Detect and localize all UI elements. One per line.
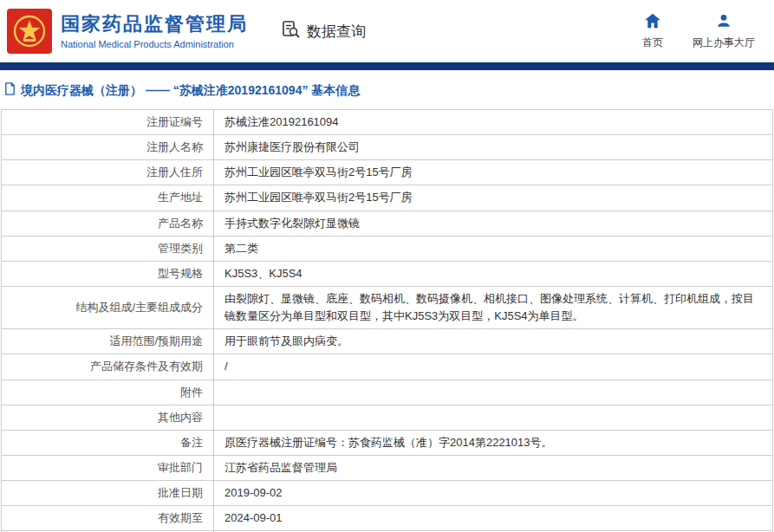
row-value: 第二类 (214, 237, 772, 261)
row-value: 2024-09-01 (214, 506, 772, 530)
document-icon (3, 82, 16, 99)
table-row-management-category: 管理类别 第二类 (2, 237, 772, 262)
table-row-attachments: 附件 (2, 380, 772, 405)
header-nav: 首页 网上办事大厅 (642, 13, 755, 50)
row-label: 结构及组成/主要组成成分 (2, 287, 214, 328)
row-label: 生产地址 (2, 185, 214, 210)
home-icon (644, 13, 661, 32)
table-row-approval-date: 批准日期 2019-09-02 (2, 481, 772, 506)
table-row-model-spec: 型号规格 KJ5S3、KJ5S4 (2, 262, 772, 287)
row-label: 备注 (2, 431, 214, 455)
row-value: 苏州康捷医疗股份有限公司 (214, 135, 772, 159)
row-value: 由裂隙灯、显微镜、底座、数码相机、数码摄像机、相机接口、图像处理系统、计算机、打… (214, 287, 772, 328)
row-label: 其他内容 (2, 405, 214, 430)
table-row-intended-use: 适用范围/预期用途 用于眼前节及眼内病变。 (2, 329, 772, 354)
user-icon (716, 13, 732, 32)
row-value: KJ5S3、KJ5S4 (214, 262, 772, 286)
row-value: 用于眼前节及眼内病变。 (214, 329, 772, 354)
breadcrumb: 境内医疗器械（注册） —— “苏械注准20192161094” 基本信息 (0, 70, 774, 109)
nav-service-hall-label: 网上办事大厅 (693, 36, 755, 50)
table-row-production-address: 生产地址 苏州工业园区唯亭双马街2号15号厂房 (2, 185, 772, 211)
agency-name: 国家药品监督管理局 (61, 13, 248, 36)
data-query-label: 数据查询 (307, 22, 366, 42)
row-value: 2019-09-02 (214, 481, 772, 505)
row-label: 产品储存条件及有效期 (2, 354, 214, 379)
row-value: 苏械注准20192161094 (214, 110, 772, 134)
row-label: 有效期至 (2, 506, 214, 530)
row-label: 注册证编号 (2, 110, 214, 134)
row-label: 注册人住所 (2, 160, 214, 185)
row-label: 批准日期 (2, 481, 214, 505)
page-header: 国家药品监督管理局 National Medical Products Admi… (0, 0, 774, 62)
agency-title-block: 国家药品监督管理局 National Medical Products Admi… (61, 13, 248, 49)
breadcrumb-text: 境内医疗器械（注册） —— “苏械注准20192161094” 基本信息 (21, 83, 360, 99)
row-value: 江苏省药品监督管理局 (214, 456, 772, 480)
data-query-nav[interactable]: 数据查询 (281, 19, 366, 43)
registration-detail-table: 注册证编号 苏械注准20192161094 注册人名称 苏州康捷医疗股份有限公司… (1, 109, 773, 532)
row-value: 苏州工业园区唯亭双马街2号15号厂房 (214, 160, 772, 185)
table-row-registrant-address: 注册人住所 苏州工业园区唯亭双马街2号15号厂房 (2, 160, 772, 185)
row-value: 手持式数字化裂隙灯显微镜 (214, 211, 772, 236)
row-value: 原医疗器械注册证编号：苏食药监械（准）字2014第2221013号。 (214, 431, 772, 455)
table-row-approval-department: 审批部门 江苏省药品监督管理局 (2, 456, 772, 481)
row-value (214, 405, 772, 430)
row-value (214, 380, 772, 405)
table-row-remarks: 备注 原医疗器械注册证编号：苏食药监械（准）字2014第2221013号。 (2, 431, 772, 456)
row-label: 注册人名称 (2, 135, 214, 159)
row-value: / (214, 354, 772, 379)
row-label: 附件 (2, 380, 214, 405)
row-value: 苏州工业园区唯亭双马街2号15号厂房 (214, 185, 772, 210)
nav-item-service-hall[interactable]: 网上办事大厅 (693, 13, 755, 50)
table-row-structure-composition: 结构及组成/主要组成成分 由裂隙灯、显微镜、底座、数码相机、数码摄像机、相机接口… (2, 287, 772, 329)
nav-home-label: 首页 (642, 36, 663, 50)
table-row-other-content: 其他内容 (2, 405, 772, 431)
header-divider-bar (0, 62, 774, 70)
table-row-registration-number: 注册证编号 苏械注准20192161094 (2, 110, 772, 135)
nav-item-home[interactable]: 首页 (642, 13, 663, 50)
national-emblem-logo (7, 9, 52, 54)
row-label: 产品名称 (2, 211, 214, 236)
table-row-registrant-name: 注册人名称 苏州康捷医疗股份有限公司 (2, 135, 772, 160)
table-row-valid-until: 有效期至 2024-09-01 (2, 506, 772, 531)
row-label: 型号规格 (2, 262, 214, 286)
row-label: 适用范围/预期用途 (2, 329, 214, 354)
agency-name-en: National Medical Products Administration (61, 39, 248, 49)
data-query-icon (281, 19, 302, 43)
row-label: 审批部门 (2, 456, 214, 480)
table-row-product-name: 产品名称 手持式数字化裂隙灯显微镜 (2, 211, 772, 237)
table-row-storage-conditions: 产品储存条件及有效期 / (2, 354, 772, 380)
row-label: 管理类别 (2, 237, 214, 261)
